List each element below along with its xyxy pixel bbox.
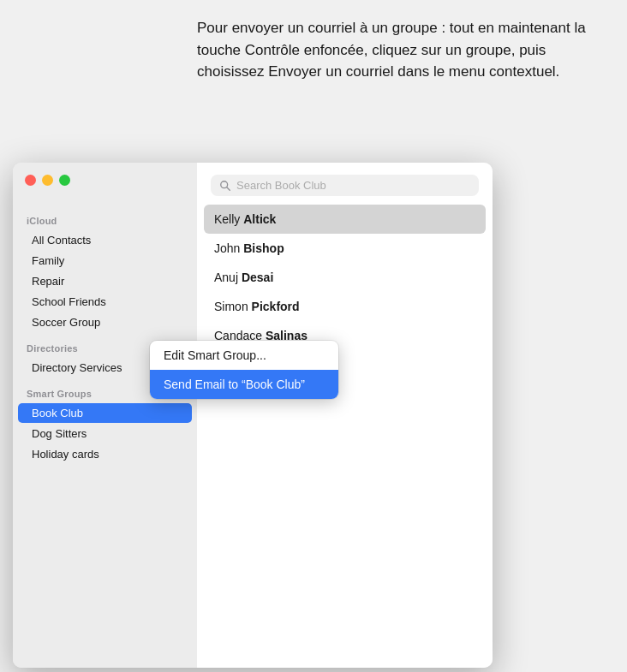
contact-first-name: Simon <box>214 300 252 313</box>
send-email-label: Send Email to “Book Club” <box>164 378 305 391</box>
maximize-button[interactable] <box>59 175 70 186</box>
contact-row[interactable]: Kelly Altick <box>204 205 486 234</box>
contact-first-name: Anuj <box>214 271 242 284</box>
app-window: iCloud All Contacts Family Repair School… <box>13 163 493 668</box>
contact-last-name: Altick <box>243 212 276 226</box>
contact-last-name: Pickford <box>252 300 300 313</box>
icloud-section-label: iCloud <box>13 205 197 229</box>
svg-line-1 <box>227 187 230 190</box>
sidebar-item-soccer-group[interactable]: Soccer Group <box>18 312 192 332</box>
context-menu-item-edit-smart-group[interactable]: Edit Smart Group... <box>150 341 338 370</box>
contacts-list: Kelly Altick John Bishop Anuj Desai Simo… <box>197 205 493 668</box>
instruction-text: Pour envoyer un courriel à un groupe : t… <box>188 9 610 92</box>
search-bar-container: Search Book Club <box>197 163 493 205</box>
search-bar[interactable]: Search Book Club <box>211 175 479 196</box>
contact-first-name: Kelly <box>214 212 243 226</box>
sidebar-item-dog-sitters[interactable]: Dog Sitters <box>18 424 192 443</box>
contact-row[interactable]: John Bishop <box>204 234 486 263</box>
instruction-content: Pour envoyer un courriel à un groupe : t… <box>197 20 586 80</box>
contact-row[interactable]: Anuj Desai <box>204 263 486 292</box>
close-button[interactable] <box>25 175 36 186</box>
traffic-lights <box>25 175 70 186</box>
contact-last-name: Desai <box>242 271 273 284</box>
main-content: Search Book Club Kelly Altick John Bisho… <box>197 163 493 668</box>
sidebar-item-school-friends[interactable]: School Friends <box>18 292 192 312</box>
search-icon <box>219 180 231 192</box>
minimize-button[interactable] <box>42 175 53 186</box>
sidebar-item-all-contacts[interactable]: All Contacts <box>18 230 192 250</box>
sidebar: iCloud All Contacts Family Repair School… <box>13 163 197 668</box>
contact-first-name: John <box>214 241 243 255</box>
context-menu-item-send-email[interactable]: Send Email to “Book Club” <box>150 370 338 399</box>
sidebar-item-family[interactable]: Family <box>18 251 192 271</box>
contact-row[interactable]: Simon Pickford <box>204 292 486 321</box>
sidebar-item-holiday-cards[interactable]: Holiday cards <box>18 444 192 464</box>
contact-last-name: Bishop <box>243 241 284 255</box>
edit-smart-group-label: Edit Smart Group... <box>164 348 266 362</box>
sidebar-item-repair[interactable]: Repair <box>18 271 192 291</box>
sidebar-item-book-club[interactable]: Book Club <box>18 403 192 423</box>
context-menu: Edit Smart Group... Send Email to “Book … <box>150 341 338 399</box>
search-placeholder: Search Book Club <box>236 179 326 192</box>
